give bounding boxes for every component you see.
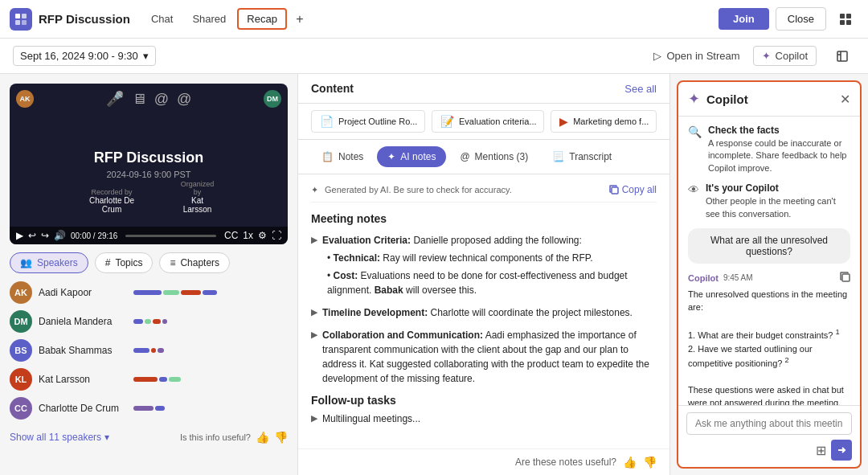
- tab-shared[interactable]: Shared: [184, 10, 234, 28]
- copilot-body: 🔍 Check the facts A response could be in…: [678, 117, 860, 405]
- search-icon: 🔍: [688, 125, 702, 138]
- copilot-label: Copilot: [776, 50, 808, 62]
- note-header[interactable]: ▶ Multilingual meetings...: [311, 412, 657, 426]
- video-time: 00:00 / 29:16: [71, 231, 117, 240]
- speaker-name: Charlotte De Crum: [39, 403, 127, 414]
- date-range: Sept 16, 2024 9:00 - 9:30: [20, 50, 138, 62]
- tab-recap[interactable]: Recap: [237, 8, 287, 30]
- copilot-input-area: ⊞: [678, 405, 860, 467]
- speed-button[interactable]: 1x: [243, 230, 253, 241]
- notes-icon: 📋: [321, 151, 334, 162]
- tab-chat[interactable]: Chat: [143, 10, 181, 28]
- open-stream-button[interactable]: ▷ Open in Stream: [653, 50, 739, 62]
- file-item[interactable]: 📄 Project Outline Ro...: [311, 110, 425, 133]
- sub-note-text: Technical: Ray will review technical com…: [327, 252, 593, 264]
- speakers-icon: 👥: [20, 257, 32, 268]
- popout-button[interactable]: [829, 43, 855, 69]
- chevron-icon: ▶: [311, 235, 317, 245]
- bar: [163, 290, 179, 295]
- content-files: 📄 Project Outline Ro... 📝 Evaluation cri…: [298, 104, 669, 140]
- more-options-button[interactable]: [833, 6, 858, 32]
- note-bold: Evaluation Criteria:: [322, 235, 411, 246]
- svg-rect-4: [840, 14, 845, 18]
- content-label: Content: [311, 82, 354, 95]
- fullscreen-button[interactable]: ⛶: [272, 230, 281, 241]
- grid-action-button[interactable]: ⊞: [816, 443, 826, 458]
- speakers-tab[interactable]: 👥 Speakers: [10, 252, 88, 273]
- notes-thumbs-down[interactable]: 👎: [643, 456, 657, 469]
- tab-notes[interactable]: 📋 Notes: [311, 146, 374, 167]
- transcript-icon: 📃: [552, 151, 564, 162]
- svg-rect-6: [840, 20, 845, 25]
- response-time: 9:45 AM: [723, 273, 753, 282]
- note-rest: Danielle proposed adding the following:: [413, 235, 581, 246]
- copilot-header-icon: ✦: [688, 90, 700, 108]
- list-item: BS Babak Shammas: [10, 339, 288, 362]
- copilot-header: ✦ Copilot ✕: [678, 82, 860, 117]
- speaker-name: Aadi Kapoor: [39, 287, 127, 298]
- mute-button[interactable]: 🔊: [54, 230, 66, 241]
- file-item[interactable]: 📝 Evaluation criteria...: [432, 110, 544, 133]
- speaker-bars: [133, 406, 288, 411]
- follow-up-title: Follow-up tasks: [311, 394, 657, 407]
- note-header[interactable]: ▶ Collaboration and Communication: Aadi …: [311, 328, 657, 386]
- tab-transcript[interactable]: 📃 Transcript: [542, 146, 622, 167]
- copy-response-button[interactable]: [840, 272, 850, 285]
- copy-all-button[interactable]: Copy all: [609, 184, 657, 195]
- svg-rect-1: [22, 14, 27, 18]
- input-actions: ⊞: [686, 440, 852, 461]
- avatar: KL: [10, 368, 32, 391]
- ai-disclaimer-row: ✦ Generated by AI. Be sure to check for …: [311, 184, 657, 203]
- mentions-label: Mentions (3): [475, 151, 529, 162]
- play-button[interactable]: ▶: [16, 230, 23, 241]
- notes-footer: Are these notes useful? 👍 👎: [298, 448, 669, 475]
- question-bubble: What are all the unresolved questions?: [688, 228, 850, 264]
- svg-rect-7: [846, 20, 851, 25]
- tab-ai-notes[interactable]: ✦ AI notes: [377, 146, 446, 167]
- copy-all-label: Copy all: [622, 184, 657, 195]
- svg-rect-0: [15, 14, 20, 18]
- tab-mentions[interactable]: @ Mentions (3): [449, 146, 538, 167]
- file-name: Project Outline Ro...: [338, 117, 417, 126]
- forward-button[interactable]: ↪: [41, 230, 49, 241]
- rewind-button[interactable]: ↩: [28, 230, 36, 241]
- ai-disclaimer-text: Generated by AI. Be sure to check for ac…: [325, 185, 512, 195]
- date-dropdown[interactable]: Sept 16, 2024 9:00 - 9:30 ▾: [13, 46, 156, 66]
- copilot-input[interactable]: [686, 412, 852, 435]
- add-tab-button[interactable]: +: [290, 10, 309, 29]
- content-header: Content See all: [298, 74, 669, 104]
- check-facts-desc: A response could be inaccurate or incomp…: [708, 137, 850, 174]
- topics-tab[interactable]: # Topics: [95, 252, 154, 273]
- chevron-icon: ▶: [311, 413, 317, 424]
- note-item: ▶ Multilingual meetings...: [311, 412, 657, 426]
- note-header[interactable]: ▶ Evaluation Criteria: Danielle proposed…: [311, 233, 657, 248]
- chapters-tab[interactable]: ≡ Chapters: [159, 252, 230, 273]
- join-button[interactable]: Join: [719, 8, 769, 30]
- file-item[interactable]: ▶ Marketing demo f...: [551, 110, 657, 133]
- subtitle-button[interactable]: CC: [224, 230, 238, 241]
- copilot-close-button[interactable]: ✕: [840, 92, 850, 107]
- see-all-button[interactable]: See all: [624, 83, 657, 95]
- svg-rect-2: [15, 20, 20, 25]
- speaker-tabs: 👥 Speakers # Topics ≡ Chapters: [10, 252, 288, 273]
- speaker-bars: [133, 290, 288, 295]
- topics-icon: #: [105, 257, 111, 268]
- thumbs-down-button[interactable]: 👎: [274, 431, 288, 444]
- show-all-speakers[interactable]: Show all 11 speakers ▾: [10, 432, 109, 443]
- main-content: RFP Discussion 2024-09-16 9:00 PST Recor…: [0, 74, 868, 475]
- bar: [158, 348, 164, 353]
- your-copilot-desc: Other people in the meeting can't see th…: [706, 195, 850, 220]
- bar: [133, 377, 158, 382]
- note-text: Collaboration and Communication: Aadi em…: [322, 328, 657, 386]
- send-button[interactable]: [831, 440, 852, 461]
- video-avatar-1: AK: [16, 90, 34, 108]
- notes-thumbs-up[interactable]: 👍: [623, 456, 637, 469]
- chevron-down-icon: ▾: [104, 432, 109, 443]
- close-button[interactable]: Close: [776, 7, 826, 31]
- note-item: ▶ Evaluation Criteria: Danielle proposed…: [311, 233, 657, 297]
- note-header[interactable]: ▶ Timeline Development: Charlotte will c…: [311, 305, 657, 320]
- settings-button[interactable]: ⚙: [258, 230, 267, 241]
- thumbs-up-button[interactable]: 👍: [256, 431, 269, 444]
- copilot-toggle-button[interactable]: ✦ Copilot: [753, 46, 817, 66]
- svg-rect-9: [612, 187, 618, 194]
